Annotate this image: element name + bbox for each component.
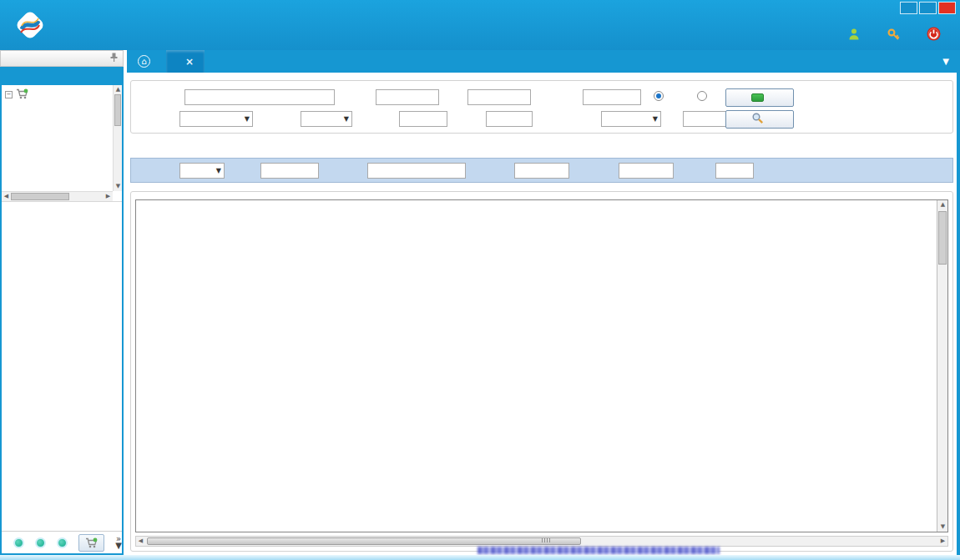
- search-icon: [751, 112, 764, 127]
- profile-filter-panel: ▼: [130, 158, 953, 183]
- tab-list-arrow-icon[interactable]: ▼: [942, 57, 949, 66]
- query-results-group: ▲ ▼ ◀ ▶: [130, 191, 953, 552]
- date-from-picker[interactable]: ▼: [601, 111, 661, 127]
- user-icon: [847, 28, 861, 43]
- results-grid: ▲ ▼: [135, 199, 948, 532]
- sidebar-section-header: [2, 67, 122, 85]
- scroll-down-icon[interactable]: ▼: [937, 522, 948, 532]
- profile-name-input[interactable]: [619, 163, 674, 179]
- scroll-up-icon[interactable]: ▲: [937, 200, 948, 209]
- user-bar: [847, 27, 947, 43]
- function-list-header: [0, 50, 124, 67]
- app-logo-icon: [10, 5, 50, 48]
- sidebar-bottom-bar: »▼: [2, 531, 122, 553]
- main-area: ⌂ × ▼: [127, 50, 957, 555]
- query-conditions-group: ▼ ▼ ▼ ▼: [130, 80, 953, 134]
- clear-icon: [751, 93, 764, 102]
- tree-horizontal-scrollbar[interactable]: ◀ ▶: [2, 191, 113, 201]
- close-button[interactable]: [938, 2, 956, 14]
- key-icon: [887, 28, 901, 43]
- order-no-input[interactable]: [583, 89, 641, 105]
- scroll-left-icon[interactable]: ◀: [2, 192, 11, 201]
- clear-conditions-button[interactable]: [725, 88, 794, 107]
- search-button[interactable]: [725, 110, 794, 129]
- watermark-blurred: [477, 547, 720, 554]
- chevron-down-icon: ▼: [653, 115, 658, 123]
- scroll-left-icon[interactable]: ◀: [136, 537, 145, 546]
- chevron-down-icon: ▼: [245, 115, 250, 123]
- scroll-up-icon[interactable]: ▲: [114, 85, 122, 94]
- location-input[interactable]: [467, 89, 531, 105]
- scroll-right-icon[interactable]: ▶: [938, 537, 947, 546]
- audit-select[interactable]: ▼: [301, 111, 352, 127]
- scrollbar-grip: [542, 538, 550, 542]
- minimize-button[interactable]: [900, 2, 917, 14]
- radio-selected-icon: [654, 91, 664, 101]
- tree-root[interactable]: −: [5, 87, 122, 103]
- keeper-input[interactable]: [486, 111, 533, 127]
- out-type-select[interactable]: ▼: [179, 111, 253, 127]
- sidebar-body: − ▲ ▼ ◀ ▶: [0, 67, 124, 555]
- circle-icon[interactable]: [57, 537, 68, 548]
- cart-button[interactable]: [78, 534, 105, 552]
- radio-home[interactable]: [697, 91, 710, 101]
- tree-expand-icon[interactable]: −: [5, 91, 13, 98]
- chevron-expand-icon[interactable]: »▼: [115, 536, 122, 549]
- scroll-down-icon[interactable]: ▼: [114, 182, 122, 191]
- pin-icon[interactable]: [110, 53, 118, 64]
- page-content: ▼ ▼ ▼ ▼: [127, 73, 957, 555]
- grid-horizontal-scrollbar[interactable]: ◀ ▶: [135, 536, 948, 547]
- power-icon: [927, 27, 941, 43]
- cart-icon: [16, 88, 28, 102]
- window-controls: [900, 2, 956, 14]
- radio-unselected-icon: [697, 91, 707, 101]
- circle-icon[interactable]: [13, 537, 24, 548]
- product-type-input[interactable]: [399, 111, 447, 127]
- project-name-input[interactable]: [184, 89, 335, 105]
- scrollbar-thumb[interactable]: [11, 193, 69, 200]
- sidebar-menu: [2, 207, 122, 531]
- chevron-down-icon: ▼: [344, 115, 349, 123]
- maximize-button[interactable]: [919, 2, 937, 14]
- window-border-right: [957, 50, 960, 560]
- titlebar: [0, 0, 960, 50]
- scrollbar-thumb[interactable]: [114, 94, 121, 126]
- tab-shipping-query[interactable]: ×: [166, 50, 205, 73]
- tab-close-icon[interactable]: ×: [185, 56, 194, 68]
- grid-vertical-scrollbar[interactable]: ▲ ▼: [937, 200, 947, 532]
- home-icon: ⌂: [138, 55, 150, 68]
- circle-icon[interactable]: [35, 537, 46, 548]
- profile-code-input[interactable]: [514, 163, 569, 179]
- warehouse-input[interactable]: [376, 89, 439, 105]
- window-border-bottom: [0, 555, 960, 560]
- length-input[interactable]: [715, 163, 754, 179]
- chevron-down-icon: ▼: [216, 167, 221, 174]
- sidebar: − ▲ ▼ ◀ ▶: [0, 50, 124, 555]
- statistics-tree: − ▲ ▼ ◀ ▶: [2, 85, 122, 202]
- scrollbar-thumb[interactable]: [938, 211, 947, 265]
- tree-vertical-scrollbar[interactable]: ▲ ▼: [113, 85, 122, 191]
- document-tabbar: ⌂ × ▼: [127, 50, 957, 73]
- radio-industrial[interactable]: [654, 91, 667, 101]
- batch-select[interactable]: ▼: [179, 163, 225, 179]
- material-tabs: [130, 139, 953, 158]
- tab-home[interactable]: ⌂: [127, 50, 166, 73]
- factory-input[interactable]: [367, 163, 466, 179]
- scrollbar-thumb[interactable]: [147, 537, 581, 545]
- scroll-right-icon[interactable]: ▶: [104, 192, 113, 201]
- color-input[interactable]: [260, 163, 319, 179]
